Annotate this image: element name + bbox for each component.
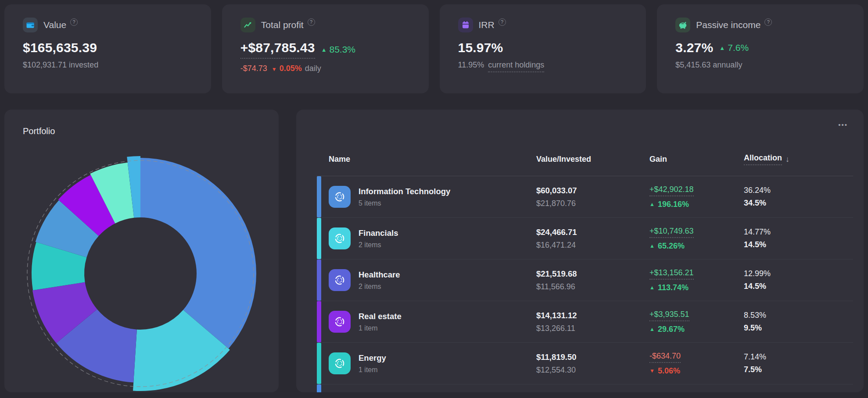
- more-menu-button[interactable]: •••: [838, 121, 848, 128]
- total-profit-change: ▲ 85.3%: [321, 44, 355, 55]
- sector-value: $24,466.71: [536, 227, 649, 237]
- help-icon[interactable]: ?: [764, 18, 772, 26]
- sector-donut-icon: [329, 227, 351, 249]
- sector-name: Energy: [359, 353, 386, 363]
- header-allocation[interactable]: Allocation ↓: [744, 153, 853, 165]
- passive-income-change: ▲ 7.6%: [719, 43, 749, 53]
- sector-target-allocation: 14.5%: [744, 282, 853, 291]
- header-value-invested[interactable]: Value/Invested: [536, 155, 649, 164]
- sector-value: $21,519.68: [536, 269, 649, 279]
- passive-income-annual: $5,415.63 annually: [675, 60, 846, 70]
- sector-invested: $11,566.96: [536, 282, 649, 291]
- sector-target-allocation: 9.5%: [744, 323, 853, 333]
- row-color-bar: [317, 301, 321, 342]
- table-row-partial[interactable]: [317, 384, 853, 392]
- passive-income-amount: 3.27%: [675, 40, 713, 55]
- sector-allocation: 12.99%: [744, 269, 853, 278]
- sector-donut-icon: [329, 186, 351, 208]
- sector-donut-icon: [329, 311, 351, 333]
- sector-items-count: 5 items: [359, 199, 450, 207]
- table-row[interactable]: Energy 1 item $11,819.50 $12,554.30 -$63…: [317, 343, 853, 384]
- total-value-amount: $165,635.39: [23, 40, 97, 55]
- gain-direction-icon: ▲: [649, 201, 655, 207]
- help-icon[interactable]: ?: [308, 18, 315, 26]
- donut-segment[interactable]: [140, 158, 256, 348]
- row-color-bar: [317, 259, 321, 301]
- sector-target-allocation: 7.5%: [744, 365, 853, 374]
- holdings-table-card: ••• Name Value/Invested Gain Allocation …: [296, 110, 864, 392]
- help-icon[interactable]: ?: [70, 18, 78, 26]
- sector-allocation: 36.24%: [744, 186, 853, 195]
- stat-card-irr: IRR ? 15.97% 11.95% current holdings: [440, 4, 646, 93]
- portfolio-chart-card: Portfolio: [4, 110, 279, 392]
- sector-value: $11,819.50: [536, 352, 649, 362]
- sector-gain-amount[interactable]: +$3,935.51: [649, 310, 689, 321]
- sector-target-allocation: 34.5%: [744, 199, 853, 208]
- sector-gain-percent: 29.67%: [658, 325, 685, 334]
- up-triangle-icon: ▲: [719, 45, 725, 51]
- up-triangle-icon: ▲: [321, 46, 327, 53]
- sector-items-count: 2 items: [359, 241, 398, 249]
- sector-gain-amount[interactable]: +$13,156.21: [649, 268, 694, 280]
- invested-amount: $102,931.71 invested: [23, 60, 194, 70]
- main-panels: Portfolio ••• Name Value/Invested Gain A…: [4, 110, 864, 392]
- sector-donut-icon: [329, 269, 351, 291]
- table-row[interactable]: Information Technology 5 items $60,033.0…: [317, 176, 853, 218]
- calendar-icon: [458, 18, 473, 32]
- sector-gain-percent: 113.74%: [658, 283, 689, 292]
- sector-invested: $16,471.24: [536, 241, 649, 250]
- help-icon[interactable]: ?: [499, 18, 506, 26]
- sector-gain-percent: 5.06%: [658, 366, 680, 376]
- daily-change-percent: 0.05%: [280, 64, 302, 73]
- portfolio-title: Portfolio: [23, 126, 55, 136]
- sector-allocation: 7.14%: [744, 352, 853, 362]
- sector-gain-percent: 196.16%: [658, 200, 689, 209]
- current-holdings-link[interactable]: current holdings: [488, 60, 544, 72]
- stat-label: Total profit: [261, 20, 304, 30]
- total-profit-amount[interactable]: +$87,785.43: [240, 40, 315, 59]
- sector-name: Healthcare: [359, 270, 400, 280]
- sector-gain-amount[interactable]: +$10,749.63: [649, 227, 694, 238]
- table-row[interactable]: Healthcare 2 items $21,519.68 $11,566.96…: [317, 259, 853, 301]
- sector-name: Information Technology: [359, 187, 450, 196]
- sector-invested: $21,870.76: [536, 199, 649, 208]
- daily-suffix: daily: [305, 64, 321, 73]
- sector-gain-amount[interactable]: +$42,902.18: [649, 185, 694, 196]
- down-triangle-icon: ▼: [272, 66, 277, 72]
- wallet-icon: [23, 18, 38, 32]
- stat-card-value: Value ? $165,635.39 $102,931.71 invested: [4, 4, 211, 93]
- table-header-row: Name Value/Invested Gain Allocation ↓: [317, 153, 853, 176]
- sector-donut-icon: [329, 352, 351, 374]
- sector-name: Real estate: [359, 312, 402, 321]
- daily-change-amount: -$74.73: [240, 64, 267, 73]
- row-color-bar: [317, 384, 321, 392]
- table-row[interactable]: Real estate 1 item $14,131.12 $13,266.11…: [317, 301, 853, 343]
- sector-allocation: 8.53%: [744, 311, 853, 320]
- sector-name: Financials: [359, 228, 398, 238]
- stat-card-total-profit: Total profit ? +$87,785.43 ▲ 85.3% -$74.…: [222, 4, 429, 93]
- irr-current-value: 11.95%: [458, 60, 484, 70]
- chart-line-icon: [240, 18, 255, 32]
- sector-items-count: 1 item: [359, 324, 402, 332]
- stat-label: Passive income: [696, 20, 760, 30]
- piggy-bank-icon: [675, 18, 690, 32]
- sector-invested: $12,554.30: [536, 366, 649, 375]
- gain-direction-icon: ▲: [649, 326, 655, 332]
- header-name[interactable]: Name: [321, 155, 536, 164]
- portfolio-donut-chart[interactable]: [4, 110, 279, 392]
- gain-direction-icon: ▼: [649, 368, 655, 374]
- sector-items-count: 2 items: [359, 283, 400, 291]
- sector-gain-amount[interactable]: -$634.70: [649, 352, 681, 363]
- sector-value: $60,033.07: [536, 186, 649, 195]
- row-color-bar: [317, 176, 321, 217]
- stats-row: Value ? $165,635.39 $102,931.71 invested…: [4, 4, 864, 93]
- sector-gain-percent: 65.26%: [658, 242, 685, 251]
- stat-label: Value: [43, 20, 66, 30]
- table-row[interactable]: Financials 2 items $24,466.71 $16,471.24…: [317, 218, 853, 259]
- row-color-bar: [317, 218, 321, 259]
- sector-invested: $13,266.11: [536, 324, 649, 333]
- header-gain[interactable]: Gain: [649, 155, 744, 164]
- stat-card-passive-income: Passive income ? 3.27% ▲ 7.6% $5,415.63 …: [657, 4, 864, 93]
- stat-label: IRR: [479, 20, 495, 30]
- sector-value: $14,131.12: [536, 311, 649, 320]
